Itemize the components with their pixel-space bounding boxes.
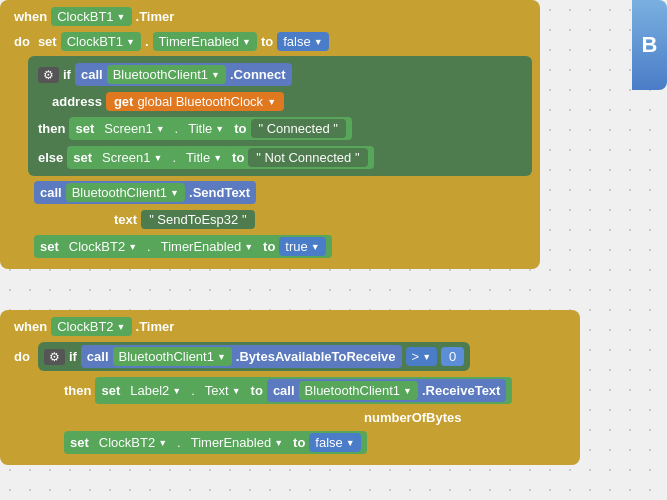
to-label: to: [261, 34, 273, 49]
bt-client1c-dropdown[interactable]: BluetoothClient1: [113, 347, 232, 366]
timer-enabled2-dropdown[interactable]: TimerEnabled: [155, 237, 259, 256]
titleb-dropdown[interactable]: Title: [180, 148, 228, 167]
screen1-dropdown[interactable]: Screen1: [98, 119, 170, 138]
set-screen1-titleb-block: set Screen1 . Title to " Not Connected ": [67, 146, 373, 169]
gear-btn[interactable]: ⚙: [38, 67, 59, 83]
bytes-avail-label: .BytesAvailableToReceive: [236, 349, 396, 364]
gt-dropdown[interactable]: >: [406, 347, 438, 366]
clockbt2-header-dropdown[interactable]: ClockBT2: [51, 317, 131, 336]
hint-letter: B: [642, 32, 658, 58]
false-value[interactable]: false: [277, 32, 328, 51]
call-sendtext-row: call BluetoothClient1 .SendText: [28, 178, 532, 207]
set-label2: set: [75, 121, 94, 136]
get-label: get: [114, 94, 134, 109]
call-label4: call: [273, 383, 295, 398]
gear-btn2[interactable]: ⚙: [44, 349, 65, 365]
zero-val: 0: [441, 347, 464, 366]
clockbt1-dropdown[interactable]: ClockBT1: [51, 7, 131, 26]
receive-text-label: .ReceiveText: [422, 383, 501, 398]
do-label2: do: [14, 349, 30, 364]
to-label5: to: [251, 383, 263, 398]
call-sendtext-block: call BluetoothClient1 .SendText: [34, 181, 256, 204]
connected-str: " Connected ": [251, 119, 346, 138]
block1-do: do set ClockBT1 . TimerEnabled to false: [8, 29, 532, 54]
timer-enabled-dropdown[interactable]: TimerEnabled: [153, 32, 257, 51]
set-label5: set: [101, 383, 120, 398]
global-bt-clock-label: global BluetoothClock: [137, 94, 263, 109]
else-label: else: [38, 150, 63, 165]
then-label2: then: [64, 383, 91, 398]
call-connect-block: call BluetoothClient1 .Connect: [75, 63, 292, 86]
set-screen1-title-block: set Screen1 . Title to " Connected ": [69, 117, 351, 140]
if-label2: if: [69, 349, 77, 364]
text-label: text: [114, 212, 137, 227]
timer-enabled3-dropdown[interactable]: TimerEnabled: [185, 433, 289, 452]
set-label3: set: [73, 150, 92, 165]
to-label6: to: [293, 435, 305, 450]
set-label: set: [38, 34, 57, 49]
call-receive-block: call BluetoothClient1 .ReceiveText: [267, 379, 507, 402]
not-connected-str: " Not Connected ": [248, 148, 367, 167]
block1-outer: when ClockBT1 .Timer do set ClockBT1 . T…: [0, 0, 540, 269]
then-label: then: [38, 121, 65, 136]
text-dropdown[interactable]: Text: [199, 381, 247, 400]
hint-block: B: [632, 0, 667, 90]
bt-client1b-dropdown[interactable]: BluetoothClient1: [66, 183, 185, 202]
timer-label: .Timer: [136, 9, 175, 24]
bt-client1-dropdown[interactable]: BluetoothClient1: [107, 65, 226, 84]
connect-label: .Connect: [230, 67, 286, 82]
set-clockbt2-timer-row: set ClockBT2 . TimerEnabled to true: [28, 232, 532, 261]
when-label: when: [14, 9, 47, 24]
title-dropdown[interactable]: Title: [182, 119, 230, 138]
block2-header: when ClockBT2 .Timer: [8, 314, 572, 339]
set-label2-text-block: set Label2 . Text to call BluetoothClien…: [95, 377, 512, 404]
block1-header: when ClockBT1 .Timer: [8, 4, 532, 29]
clockbt2-dropdown[interactable]: ClockBT2: [63, 237, 143, 256]
call-label2: call: [40, 185, 62, 200]
block2-do: do ⚙ if call BluetoothClient1 .BytesAvai…: [8, 339, 572, 374]
sendtext-text-row: text " SendToEsp32 ": [108, 207, 532, 232]
if-block2: ⚙ if call BluetoothClient1 .BytesAvailab…: [38, 342, 470, 371]
block2-set-timer-row: set ClockBT2 . TimerEnabled to false: [58, 428, 572, 457]
clockbt2b-dropdown[interactable]: ClockBT2: [93, 433, 173, 452]
do-label: do: [14, 34, 30, 49]
to-label3: to: [232, 150, 244, 165]
sendtext-label: .SendText: [189, 185, 250, 200]
if-block: ⚙ if call BluetoothClient1 .Connect addr…: [28, 56, 532, 176]
bt-client1d-dropdown[interactable]: BluetoothClient1: [299, 381, 418, 400]
call-label: call: [81, 67, 103, 82]
clockbt1b-dropdown[interactable]: ClockBT1: [61, 32, 141, 51]
to-label4: to: [263, 239, 275, 254]
to-label2: to: [234, 121, 246, 136]
num-of-bytes-label: numberOfBytes: [364, 410, 462, 425]
label2-dropdown[interactable]: Label2: [124, 381, 187, 400]
set-clockbt2-block: set ClockBT2 . TimerEnabled to true: [34, 235, 332, 258]
set-clockbt2b-block: set ClockBT2 . TimerEnabled to false: [64, 431, 367, 454]
screen1b-dropdown[interactable]: Screen1: [96, 148, 168, 167]
address-label: address: [52, 94, 102, 109]
timer-label2: .Timer: [136, 319, 175, 334]
sendtoesp32-str: " SendToEsp32 ": [141, 210, 254, 229]
get-global-block[interactable]: get global BluetoothClock ▼: [106, 92, 284, 111]
set-label4: set: [40, 239, 59, 254]
when-label2: when: [14, 319, 47, 334]
block2-then-row: then set Label2 . Text to call Bluetooth…: [58, 374, 572, 407]
block2-outer: when ClockBT2 .Timer do ⚙ if call Blueto…: [0, 310, 580, 465]
false-value2[interactable]: false: [309, 433, 360, 452]
true-value[interactable]: true: [279, 237, 325, 256]
block2-numofbytes-row: numberOfBytes: [358, 407, 572, 428]
if-label: if: [63, 67, 71, 82]
call-label3: call: [87, 349, 109, 364]
call-bytes-block: call BluetoothClient1 .BytesAvailableToR…: [81, 345, 402, 368]
set-label6: set: [70, 435, 89, 450]
